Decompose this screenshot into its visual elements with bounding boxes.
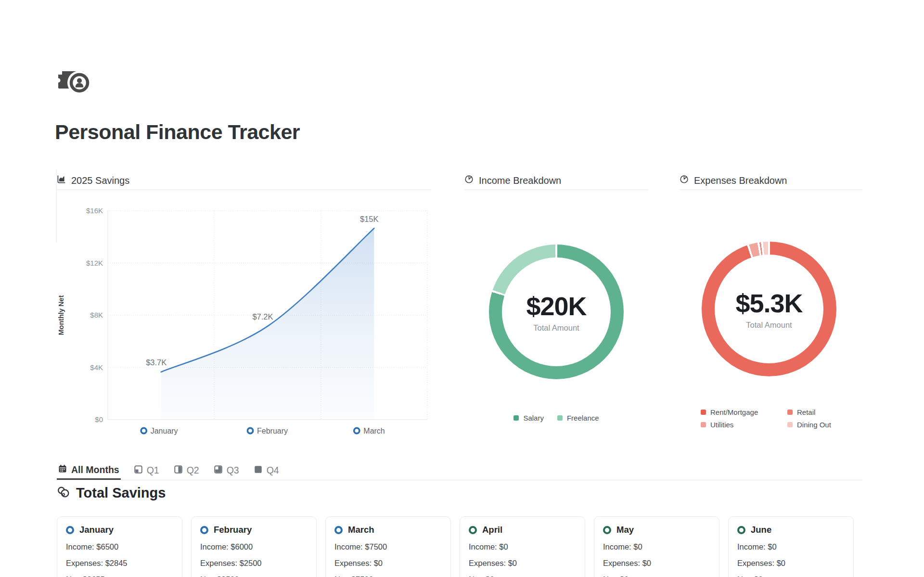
tab-q3[interactable]: Q3 [213, 458, 241, 480]
calendar-icon [58, 464, 67, 475]
expenses-legend: Rent/Mortgage Retail Utilities Dining Ou… [701, 408, 831, 429]
y-axis-label: Monthly Net [57, 295, 65, 335]
income-total-value: $20K [526, 291, 586, 321]
income-donut-chart: $20K Total Amount [489, 244, 624, 379]
quarter-1-icon [134, 465, 142, 476]
donut-center: $20K Total Amount [502, 257, 611, 366]
legend-label: Salary [523, 414, 544, 422]
dining-swatch [787, 422, 793, 427]
tab-q4[interactable]: Q4 [253, 458, 281, 480]
expenses-total-caption: Total Amount [746, 321, 792, 330]
month-marker-icon [66, 526, 74, 534]
card-month: June [751, 525, 771, 535]
tab-label: Q1 [147, 465, 159, 476]
card-expenses: Expenses: $0 [469, 559, 576, 567]
total-savings-header: Total Savings [57, 485, 166, 501]
legend-item-utilities: Utilities [701, 421, 783, 429]
card-income: Income: $0 [603, 543, 710, 551]
card-income: Income: $7500 [334, 543, 442, 551]
quarter-3-icon [214, 465, 222, 476]
legend-label: Retail [797, 408, 815, 416]
view-tabs: All Months Q1 Q2 Q3 [57, 458, 862, 480]
legend-label: Freelance [567, 414, 599, 422]
tab-label: Q4 [267, 465, 279, 476]
month-marker-icon [334, 526, 343, 534]
svg-text:$15K: $15K [360, 215, 379, 223]
expenses-donut-chart: $5.3K Total Amount [702, 242, 836, 376]
card-month: April [482, 525, 502, 535]
income-section-header: Income Breakdown [464, 171, 648, 190]
y-tick: $8K [90, 311, 103, 319]
freelance-swatch [557, 415, 563, 421]
area-fill [161, 229, 374, 420]
retail-swatch [787, 410, 793, 415]
card-expenses: Expenses: $0 [737, 559, 845, 567]
legend-item-retail: Retail [787, 408, 831, 416]
card-month: January [79, 525, 114, 535]
card-month: May [616, 525, 634, 535]
section-title: Income Breakdown [479, 175, 561, 186]
svg-text:January: January [151, 427, 178, 435]
tab-label: Q3 [227, 465, 239, 476]
month-card-march[interactable]: March Income: $7500 Expenses: $0 Net: $7… [325, 516, 451, 577]
donut-center: $5.3K Total Amount [715, 255, 823, 363]
card-expenses: Expenses: $0 [603, 559, 710, 567]
card-expenses: Expenses: $0 [334, 559, 442, 567]
quarter-4-icon [254, 465, 262, 476]
pie-chart-icon [464, 175, 474, 186]
card-month: February [214, 525, 252, 535]
month-card-february[interactable]: February Income: $6000 Expenses: $2500 N… [191, 516, 317, 577]
month-card-may[interactable]: May Income: $0 Expenses: $0 Net: $0 [594, 516, 719, 577]
quarter-2-icon [174, 465, 182, 476]
tab-q2[interactable]: Q2 [173, 458, 201, 480]
x-axis-labels: JanuaryFebruaryMarch [141, 427, 385, 435]
pie-chart-icon [680, 175, 689, 186]
month-marker-icon [200, 526, 208, 534]
page-title[interactable]: Personal Finance Tracker [55, 120, 300, 144]
utilities-swatch [701, 422, 706, 427]
expenses-section-header: Expenses Breakdown [680, 171, 862, 190]
card-income: Income: $0 [469, 543, 576, 551]
month-card-june[interactable]: June Income: $0 Expenses: $0 Net: $0 [728, 516, 854, 577]
card-month: March [348, 525, 374, 535]
income-legend: Salary Freelance [464, 414, 648, 422]
coins-icon [57, 486, 70, 500]
legend-item-salary: Salary [513, 414, 544, 422]
y-tick: $12K [86, 259, 103, 267]
rent-swatch [701, 410, 706, 415]
income-total-caption: Total Amount [533, 323, 579, 333]
card-expenses: Expenses: $2500 [200, 559, 308, 567]
y-tick: $16K [86, 206, 103, 215]
legend-item-dining: Dining Out [787, 421, 831, 429]
expenses-total-value: $5.3K [735, 288, 802, 318]
legend-label: Rent/Mortgage [710, 408, 758, 416]
svg-text:February: February [257, 427, 288, 435]
svg-text:$3.7K: $3.7K [146, 358, 167, 367]
svg-text:March: March [363, 427, 385, 435]
legend-item-freelance: Freelance [557, 414, 599, 422]
month-cards: January Income: $6500 Expenses: $2845 Ne… [57, 516, 854, 577]
section-title: 2025 Savings [71, 175, 129, 186]
legend-item-rent: Rent/Mortgage [701, 408, 783, 416]
card-expenses: Expenses: $2845 [66, 559, 173, 567]
month-marker-icon [737, 526, 745, 534]
savings-area-chart: $16K $12K $8K $4K $0 Monthly Net $3.7K$7… [57, 195, 432, 444]
month-card-april[interactable]: April Income: $0 Expenses: $0 Net: $0 [460, 516, 585, 577]
month-card-january[interactable]: January Income: $6500 Expenses: $2845 Ne… [57, 516, 182, 577]
card-income: Income: $6500 [66, 543, 173, 551]
total-savings-title: Total Savings [76, 485, 166, 501]
tab-q1[interactable]: Q1 [133, 458, 161, 480]
tab-all-months[interactable]: All Months [57, 458, 121, 480]
card-income: Income: $0 [737, 543, 845, 551]
svg-text:$7.2K: $7.2K [252, 312, 273, 321]
month-marker-icon [603, 526, 611, 534]
month-marker-icon [469, 526, 477, 534]
banknote-portrait-icon [57, 65, 93, 98]
section-title: Expenses Breakdown [694, 175, 787, 186]
savings-section-header: 2025 Savings [57, 171, 431, 190]
legend-label: Dining Out [797, 421, 831, 429]
tab-label: Q2 [187, 465, 199, 476]
salary-swatch [513, 415, 519, 421]
tab-label: All Months [71, 464, 119, 475]
legend-label: Utilities [710, 421, 733, 429]
